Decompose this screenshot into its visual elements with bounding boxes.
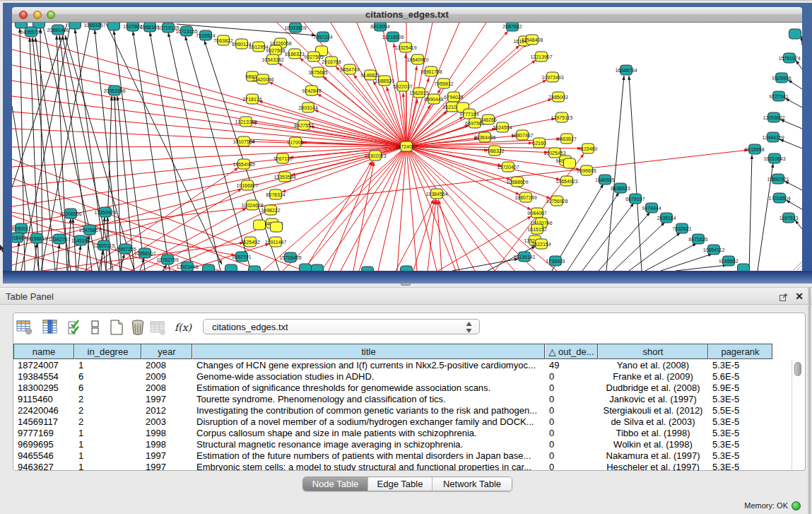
cell-short: Hescheler et al. (1997) — [598, 462, 708, 471]
svg-text:3918414: 3918414 — [12, 235, 27, 240]
function-builder-icon[interactable]: f(x) — [175, 319, 192, 336]
column-header-out_de[interactable]: △ out_de... — [545, 344, 598, 359]
create-column-icon[interactable] — [108, 319, 125, 336]
column-header-in_degree[interactable]: in_degree — [74, 344, 141, 359]
svg-text:2803144: 2803144 — [298, 105, 317, 110]
column-header-title[interactable]: title — [192, 344, 545, 359]
table-mode-icon[interactable] — [16, 319, 33, 336]
svg-text:16782759: 16782759 — [156, 257, 178, 262]
svg-text:12923448: 12923448 — [176, 264, 198, 269]
cell-pagerank: 5.3E-5 — [708, 439, 772, 450]
cell-name: 9777169 — [13, 428, 74, 439]
cell-out_de: 0 — [545, 371, 598, 382]
column-header-year[interactable]: year — [141, 344, 192, 359]
cell-year: 2008 — [141, 382, 192, 394]
network-window-titlebar[interactable]: citations_edges.txt — [12, 7, 802, 23]
cell-title: Changes of HCN gene expression and I(f) … — [192, 360, 545, 371]
table-row[interactable]: 946554611997Estimation of the future num… — [13, 450, 792, 462]
table-tabs: Node TableEdge TableNetwork Table — [302, 477, 512, 491]
scrollbar-thumb[interactable] — [794, 362, 801, 376]
svg-text:2718176: 2718176 — [242, 97, 261, 102]
cell-in_degree: 2 — [74, 394, 141, 405]
svg-text:7357224: 7357224 — [313, 35, 332, 40]
tab-node-table[interactable]: Node Table — [303, 477, 368, 491]
svg-text:12975115: 12975115 — [551, 115, 573, 120]
svg-text:3875685: 3875685 — [308, 70, 327, 75]
table-row[interactable]: 1830029562008Estimation of significance … — [13, 382, 792, 394]
network-window[interactable]: citations_edges.txt 24055724206914061065… — [3, 3, 812, 284]
close-panel-icon[interactable]: ✕ — [793, 290, 806, 303]
svg-text:18640910: 18640910 — [406, 57, 428, 62]
cell-title: Genome-wide association studies in ADHD. — [192, 371, 545, 382]
delete-column-icon[interactable] — [129, 319, 146, 336]
row-height-icon[interactable] — [87, 319, 104, 336]
table-select-dropdown[interactable]: citations_edges.txt — [203, 319, 480, 334]
table-row[interactable]: 1938455462009Genome-wide association stu… — [13, 371, 792, 382]
table-row[interactable]: 969969511998Structural magnetic resonanc… — [13, 439, 792, 450]
cell-out_de: 49 — [545, 360, 598, 371]
svg-text:9329906: 9329906 — [772, 76, 791, 81]
svg-text:10024678: 10024678 — [241, 203, 263, 208]
svg-text:9327505: 9327505 — [304, 54, 323, 59]
svg-text:1640935: 1640935 — [595, 177, 614, 182]
cell-out_de: 0 — [545, 405, 598, 416]
table-toolbar: f(x) citations_edges.txt — [13, 313, 805, 343]
cell-title: Disruption of a novel member of a sodium… — [192, 416, 545, 428]
svg-text:6794028: 6794028 — [444, 95, 463, 100]
cell-pagerank: 5.9E-5 — [708, 382, 772, 394]
table-row[interactable]: 946362711997Embryonic stem cells: a mode… — [13, 462, 792, 471]
table-row[interactable]: 1456911722003Disruption of a novel membe… — [13, 416, 792, 428]
table-scrollbar[interactable] — [792, 360, 804, 470]
select-columns-icon[interactable] — [42, 319, 59, 336]
svg-text:10958107: 10958107 — [134, 251, 155, 256]
svg-text:11548408: 11548408 — [522, 37, 543, 42]
table-row[interactable]: 1872400712008Changes of HCN gene express… — [13, 360, 792, 371]
column-header-pagerank[interactable]: pagerank — [708, 344, 772, 359]
split-handle[interactable] — [401, 283, 411, 286]
cell-year: 1998 — [141, 428, 192, 439]
svg-text:15720407: 15720407 — [497, 165, 519, 170]
column-selection-icon[interactable] — [67, 319, 84, 336]
svg-text:12342757: 12342757 — [48, 237, 70, 242]
svg-text:9327508: 9327508 — [266, 48, 285, 53]
cell-year: 1997 — [141, 462, 192, 471]
svg-text:13325419: 13325419 — [394, 45, 416, 50]
svg-text:14136141: 14136141 — [513, 255, 535, 259]
svg-text:1167533: 1167533 — [779, 216, 799, 221]
cell-in_degree: 1 — [74, 428, 141, 439]
cell-name: 9465546 — [13, 450, 74, 462]
network-canvas[interactable]: 2405572420691406106532671527602696616010… — [12, 23, 802, 271]
cell-in_degree: 1 — [74, 439, 141, 450]
svg-text:22420046: 22420046 — [252, 77, 273, 82]
svg-text:17359928: 17359928 — [94, 210, 116, 215]
svg-text:20691406: 20691406 — [47, 28, 69, 33]
column-header-name[interactable]: name — [13, 344, 74, 359]
table-row[interactable]: 911546021997Tourette syndrome. Phenomeno… — [13, 394, 792, 405]
tab-edge-table[interactable]: Edge Table — [368, 477, 433, 491]
cell-in_degree: 1 — [74, 450, 141, 462]
tab-network-table[interactable]: Network Table — [433, 477, 512, 491]
cell-short: Jankovic et al. (1997) — [598, 394, 708, 405]
table-panel-title: Table Panel — [6, 291, 54, 302]
svg-text:8990448: 8990448 — [424, 97, 443, 102]
cell-in_degree: 6 — [74, 371, 141, 382]
mouse-cursor-icon — [0, 245, 5, 252]
table-row[interactable]: 977716911998Corpus callosum shape and si… — [13, 428, 792, 439]
svg-text:62160: 62160 — [532, 141, 546, 146]
svg-text:17016504: 17016504 — [768, 196, 790, 201]
svg-text:16033809: 16033809 — [284, 25, 306, 30]
float-panel-icon[interactable] — [779, 293, 788, 301]
svg-text:10756928: 10756928 — [546, 199, 567, 204]
cell-out_de: 0 — [545, 450, 598, 462]
svg-text:18807249: 18807249 — [514, 195, 536, 200]
cell-short: Tibbo et al. (1998) — [598, 428, 708, 439]
svg-text:7986322: 7986322 — [485, 148, 504, 153]
svg-text:12093832: 12093832 — [763, 115, 784, 120]
svg-text:10025453: 10025453 — [543, 151, 565, 156]
cell-name: 18300295 — [13, 382, 74, 394]
svg-text:9245652: 9245652 — [719, 259, 738, 264]
svg-text:3624554: 3624554 — [493, 125, 512, 130]
cell-name: 18724007 — [13, 360, 74, 371]
table-row[interactable]: 2242004622012Investigating the contribut… — [13, 405, 792, 416]
column-header-short[interactable]: short — [598, 344, 708, 359]
